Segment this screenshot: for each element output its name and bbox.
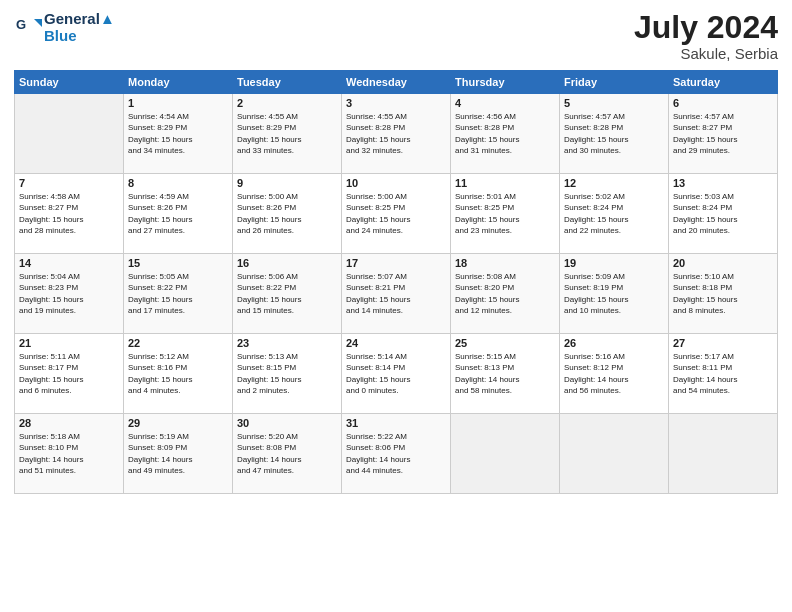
calendar-cell <box>669 414 778 494</box>
day-info: Sunrise: 5:09 AM Sunset: 8:19 PM Dayligh… <box>564 271 664 316</box>
day-info: Sunrise: 5:14 AM Sunset: 8:14 PM Dayligh… <box>346 351 446 396</box>
day-info: Sunrise: 5:05 AM Sunset: 8:22 PM Dayligh… <box>128 271 228 316</box>
day-number: 4 <box>455 97 555 109</box>
calendar-header-row: SundayMondayTuesdayWednesdayThursdayFrid… <box>15 71 778 94</box>
svg-marker-2 <box>34 19 42 27</box>
day-number: 29 <box>128 417 228 429</box>
calendar-cell: 24Sunrise: 5:14 AM Sunset: 8:14 PM Dayli… <box>342 334 451 414</box>
calendar-cell: 4Sunrise: 4:56 AM Sunset: 8:28 PM Daylig… <box>451 94 560 174</box>
calendar-cell <box>15 94 124 174</box>
calendar-cell: 7Sunrise: 4:58 AM Sunset: 8:27 PM Daylig… <box>15 174 124 254</box>
day-number: 28 <box>19 417 119 429</box>
logo-icon: G <box>14 13 42 41</box>
day-number: 21 <box>19 337 119 349</box>
day-number: 18 <box>455 257 555 269</box>
day-info: Sunrise: 4:57 AM Sunset: 8:28 PM Dayligh… <box>564 111 664 156</box>
calendar-cell: 9Sunrise: 5:00 AM Sunset: 8:26 PM Daylig… <box>233 174 342 254</box>
location: Sakule, Serbia <box>634 45 778 62</box>
calendar-cell: 30Sunrise: 5:20 AM Sunset: 8:08 PM Dayli… <box>233 414 342 494</box>
calendar-cell: 22Sunrise: 5:12 AM Sunset: 8:16 PM Dayli… <box>124 334 233 414</box>
day-number: 10 <box>346 177 446 189</box>
calendar-cell: 25Sunrise: 5:15 AM Sunset: 8:13 PM Dayli… <box>451 334 560 414</box>
day-info: Sunrise: 5:08 AM Sunset: 8:20 PM Dayligh… <box>455 271 555 316</box>
calendar-cell: 26Sunrise: 5:16 AM Sunset: 8:12 PM Dayli… <box>560 334 669 414</box>
calendar-cell: 23Sunrise: 5:13 AM Sunset: 8:15 PM Dayli… <box>233 334 342 414</box>
calendar-cell: 14Sunrise: 5:04 AM Sunset: 8:23 PM Dayli… <box>15 254 124 334</box>
day-info: Sunrise: 5:10 AM Sunset: 8:18 PM Dayligh… <box>673 271 773 316</box>
week-row-0: 1Sunrise: 4:54 AM Sunset: 8:29 PM Daylig… <box>15 94 778 174</box>
calendar-cell: 16Sunrise: 5:06 AM Sunset: 8:22 PM Dayli… <box>233 254 342 334</box>
calendar-cell: 21Sunrise: 5:11 AM Sunset: 8:17 PM Dayli… <box>15 334 124 414</box>
calendar-cell: 27Sunrise: 5:17 AM Sunset: 8:11 PM Dayli… <box>669 334 778 414</box>
calendar-cell: 28Sunrise: 5:18 AM Sunset: 8:10 PM Dayli… <box>15 414 124 494</box>
day-info: Sunrise: 5:16 AM Sunset: 8:12 PM Dayligh… <box>564 351 664 396</box>
day-number: 15 <box>128 257 228 269</box>
logo-text: General▲ Blue <box>44 10 115 44</box>
day-number: 22 <box>128 337 228 349</box>
day-info: Sunrise: 5:15 AM Sunset: 8:13 PM Dayligh… <box>455 351 555 396</box>
day-info: Sunrise: 4:56 AM Sunset: 8:28 PM Dayligh… <box>455 111 555 156</box>
day-number: 23 <box>237 337 337 349</box>
logo: G General▲ Blue <box>14 10 115 44</box>
calendar-cell: 15Sunrise: 5:05 AM Sunset: 8:22 PM Dayli… <box>124 254 233 334</box>
day-info: Sunrise: 5:19 AM Sunset: 8:09 PM Dayligh… <box>128 431 228 476</box>
col-header-tuesday: Tuesday <box>233 71 342 94</box>
calendar-cell: 31Sunrise: 5:22 AM Sunset: 8:06 PM Dayli… <box>342 414 451 494</box>
calendar-container: G General▲ Blue July 2024 Sakule, Serbia… <box>0 0 792 612</box>
col-header-sunday: Sunday <box>15 71 124 94</box>
day-info: Sunrise: 4:58 AM Sunset: 8:27 PM Dayligh… <box>19 191 119 236</box>
day-info: Sunrise: 5:01 AM Sunset: 8:25 PM Dayligh… <box>455 191 555 236</box>
day-number: 1 <box>128 97 228 109</box>
day-number: 13 <box>673 177 773 189</box>
calendar-cell: 8Sunrise: 4:59 AM Sunset: 8:26 PM Daylig… <box>124 174 233 254</box>
col-header-friday: Friday <box>560 71 669 94</box>
day-number: 24 <box>346 337 446 349</box>
day-number: 20 <box>673 257 773 269</box>
calendar-cell: 2Sunrise: 4:55 AM Sunset: 8:29 PM Daylig… <box>233 94 342 174</box>
day-info: Sunrise: 5:07 AM Sunset: 8:21 PM Dayligh… <box>346 271 446 316</box>
day-number: 6 <box>673 97 773 109</box>
calendar-cell: 5Sunrise: 4:57 AM Sunset: 8:28 PM Daylig… <box>560 94 669 174</box>
calendar-cell: 17Sunrise: 5:07 AM Sunset: 8:21 PM Dayli… <box>342 254 451 334</box>
calendar-cell: 12Sunrise: 5:02 AM Sunset: 8:24 PM Dayli… <box>560 174 669 254</box>
calendar-cell: 11Sunrise: 5:01 AM Sunset: 8:25 PM Dayli… <box>451 174 560 254</box>
day-number: 7 <box>19 177 119 189</box>
day-number: 31 <box>346 417 446 429</box>
day-info: Sunrise: 4:55 AM Sunset: 8:29 PM Dayligh… <box>237 111 337 156</box>
calendar-cell <box>560 414 669 494</box>
day-info: Sunrise: 5:00 AM Sunset: 8:25 PM Dayligh… <box>346 191 446 236</box>
calendar-cell <box>451 414 560 494</box>
day-number: 14 <box>19 257 119 269</box>
day-number: 30 <box>237 417 337 429</box>
month-year: July 2024 <box>634 10 778 45</box>
calendar-cell: 10Sunrise: 5:00 AM Sunset: 8:25 PM Dayli… <box>342 174 451 254</box>
day-info: Sunrise: 5:12 AM Sunset: 8:16 PM Dayligh… <box>128 351 228 396</box>
day-number: 3 <box>346 97 446 109</box>
day-info: Sunrise: 5:06 AM Sunset: 8:22 PM Dayligh… <box>237 271 337 316</box>
day-info: Sunrise: 5:13 AM Sunset: 8:15 PM Dayligh… <box>237 351 337 396</box>
calendar-cell: 18Sunrise: 5:08 AM Sunset: 8:20 PM Dayli… <box>451 254 560 334</box>
day-number: 16 <box>237 257 337 269</box>
calendar-cell: 13Sunrise: 5:03 AM Sunset: 8:24 PM Dayli… <box>669 174 778 254</box>
day-info: Sunrise: 5:20 AM Sunset: 8:08 PM Dayligh… <box>237 431 337 476</box>
day-number: 5 <box>564 97 664 109</box>
day-info: Sunrise: 5:17 AM Sunset: 8:11 PM Dayligh… <box>673 351 773 396</box>
calendar-cell: 29Sunrise: 5:19 AM Sunset: 8:09 PM Dayli… <box>124 414 233 494</box>
svg-text:G: G <box>16 17 26 32</box>
day-number: 17 <box>346 257 446 269</box>
col-header-thursday: Thursday <box>451 71 560 94</box>
header-row: G General▲ Blue July 2024 Sakule, Serbia <box>14 10 778 62</box>
week-row-1: 7Sunrise: 4:58 AM Sunset: 8:27 PM Daylig… <box>15 174 778 254</box>
calendar-cell: 1Sunrise: 4:54 AM Sunset: 8:29 PM Daylig… <box>124 94 233 174</box>
calendar-table: SundayMondayTuesdayWednesdayThursdayFrid… <box>14 70 778 494</box>
week-row-4: 28Sunrise: 5:18 AM Sunset: 8:10 PM Dayli… <box>15 414 778 494</box>
col-header-monday: Monday <box>124 71 233 94</box>
day-info: Sunrise: 4:57 AM Sunset: 8:27 PM Dayligh… <box>673 111 773 156</box>
day-info: Sunrise: 5:18 AM Sunset: 8:10 PM Dayligh… <box>19 431 119 476</box>
day-info: Sunrise: 5:02 AM Sunset: 8:24 PM Dayligh… <box>564 191 664 236</box>
day-info: Sunrise: 4:55 AM Sunset: 8:28 PM Dayligh… <box>346 111 446 156</box>
day-number: 27 <box>673 337 773 349</box>
day-number: 19 <box>564 257 664 269</box>
week-row-3: 21Sunrise: 5:11 AM Sunset: 8:17 PM Dayli… <box>15 334 778 414</box>
title-block: July 2024 Sakule, Serbia <box>634 10 778 62</box>
